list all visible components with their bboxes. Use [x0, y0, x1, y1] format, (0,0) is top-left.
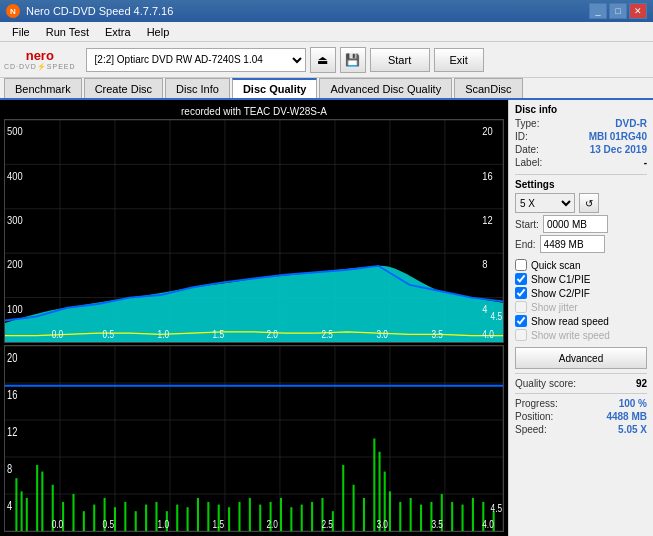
svg-text:3.0: 3.0 — [376, 329, 388, 340]
speed-row: 5 X ↺ — [515, 193, 647, 213]
end-input[interactable] — [540, 235, 605, 253]
svg-rect-53 — [21, 491, 23, 531]
show-c2pif-checkbox[interactable] — [515, 287, 527, 299]
show-read-speed-checkbox[interactable] — [515, 315, 527, 327]
svg-rect-99 — [472, 498, 474, 531]
save-button[interactable]: 💾 — [340, 47, 366, 73]
svg-rect-80 — [290, 507, 292, 531]
settings-refresh-button[interactable]: ↺ — [579, 193, 599, 213]
tab-disc-info[interactable]: Disc Info — [165, 78, 230, 98]
quality-score-row: Quality score: 92 — [515, 378, 647, 389]
speed-select[interactable]: 5 X — [515, 193, 575, 213]
tab-create-disc[interactable]: Create Disc — [84, 78, 163, 98]
eject-button[interactable]: ⏏ — [310, 47, 336, 73]
settings-section: Settings 5 X ↺ Start: End: — [515, 179, 647, 253]
disc-info-title: Disc info — [515, 104, 647, 115]
quick-scan-row: Quick scan — [515, 259, 647, 271]
position-label: Position: — [515, 411, 553, 422]
svg-rect-36 — [5, 346, 503, 531]
svg-text:2.0: 2.0 — [266, 329, 278, 340]
divider-1 — [515, 174, 647, 175]
svg-text:1.5: 1.5 — [213, 329, 225, 340]
svg-text:1.5: 1.5 — [213, 518, 225, 530]
settings-title: Settings — [515, 179, 647, 190]
svg-rect-61 — [93, 505, 95, 531]
quick-scan-checkbox[interactable] — [515, 259, 527, 271]
svg-text:0.0: 0.0 — [52, 329, 64, 340]
svg-text:0.5: 0.5 — [103, 518, 115, 530]
svg-rect-56 — [41, 472, 43, 531]
maximize-button[interactable]: □ — [609, 3, 627, 19]
right-panel: Disc info Type: DVD-R ID: MBI 01RG40 Dat… — [508, 100, 653, 536]
start-input[interactable] — [543, 215, 608, 233]
drive-selector[interactable]: [2:2] Optiarc DVD RW AD-7240S 1.04 — [86, 48, 306, 72]
speed-value: 5.05 X — [618, 424, 647, 435]
svg-text:200: 200 — [7, 259, 23, 271]
title-bar-left: N Nero CD-DVD Speed 4.7.7.16 — [6, 4, 173, 18]
tab-disc-quality[interactable]: Disc Quality — [232, 78, 318, 98]
svg-text:8: 8 — [482, 259, 487, 271]
svg-rect-86 — [353, 485, 355, 531]
svg-text:0.5: 0.5 — [103, 329, 115, 340]
svg-rect-82 — [311, 502, 313, 531]
show-jitter-label: Show jitter — [531, 302, 578, 313]
svg-rect-74 — [228, 507, 230, 531]
show-c1pie-label: Show C1/PIE — [531, 274, 590, 285]
minimize-button[interactable]: _ — [589, 3, 607, 19]
app-icon: N — [6, 4, 20, 18]
tab-benchmark[interactable]: Benchmark — [4, 78, 82, 98]
svg-rect-98 — [462, 505, 464, 531]
show-write-speed-label: Show write speed — [531, 330, 610, 341]
svg-text:2.5: 2.5 — [321, 518, 333, 530]
speed-label: Speed: — [515, 424, 547, 435]
svg-rect-81 — [301, 505, 303, 531]
title-bar: N Nero CD-DVD Speed 4.7.7.16 _ □ ✕ — [0, 0, 653, 22]
show-jitter-checkbox[interactable] — [515, 301, 527, 313]
show-c1pie-checkbox[interactable] — [515, 273, 527, 285]
exit-button[interactable]: Exit — [434, 48, 484, 72]
svg-rect-55 — [36, 465, 38, 531]
svg-text:3.5: 3.5 — [431, 329, 443, 340]
menu-file[interactable]: File — [4, 24, 38, 40]
svg-rect-92 — [399, 502, 401, 531]
svg-text:100: 100 — [7, 303, 23, 315]
tab-advanced-disc-quality[interactable]: Advanced Disc Quality — [319, 78, 452, 98]
svg-text:4: 4 — [7, 499, 12, 512]
chart-title: recorded with TEAC DV-W28S-A — [4, 104, 504, 119]
end-label: End: — [515, 239, 536, 250]
tab-scan-disc[interactable]: ScanDisc — [454, 78, 522, 98]
menu-run-test[interactable]: Run Test — [38, 24, 97, 40]
svg-rect-69 — [176, 505, 178, 531]
svg-text:300: 300 — [7, 214, 23, 226]
svg-text:1.0: 1.0 — [158, 329, 170, 340]
svg-rect-79 — [280, 498, 282, 531]
svg-rect-66 — [145, 505, 147, 531]
start-button[interactable]: Start — [370, 48, 430, 72]
close-button[interactable]: ✕ — [629, 3, 647, 19]
svg-text:4.5: 4.5 — [491, 502, 503, 514]
disc-id-row: ID: MBI 01RG40 — [515, 131, 647, 142]
tabs: Benchmark Create Disc Disc Info Disc Qua… — [0, 78, 653, 100]
disc-type-label: Type: — [515, 118, 539, 129]
quick-scan-label: Quick scan — [531, 260, 580, 271]
menu-help[interactable]: Help — [139, 24, 178, 40]
svg-rect-94 — [420, 505, 422, 531]
svg-text:8: 8 — [7, 462, 12, 475]
menu-extra[interactable]: Extra — [97, 24, 139, 40]
show-write-speed-checkbox[interactable] — [515, 329, 527, 341]
svg-rect-75 — [238, 502, 240, 531]
svg-text:2.0: 2.0 — [266, 518, 278, 530]
svg-rect-85 — [342, 465, 344, 531]
svg-text:4.0: 4.0 — [482, 518, 494, 530]
show-read-speed-row: Show read speed — [515, 315, 647, 327]
quality-label: Quality score: — [515, 378, 576, 389]
progress-value: 100 % — [619, 398, 647, 409]
disc-type-row: Type: DVD-R — [515, 118, 647, 129]
svg-text:20: 20 — [7, 351, 17, 364]
advanced-button[interactable]: Advanced — [515, 347, 647, 369]
svg-text:20: 20 — [482, 125, 493, 137]
svg-text:500: 500 — [7, 125, 23, 137]
bottom-chart-svg: 20 16 12 8 4 0.0 0.5 1.0 1.5 2.0 2.5 3.0… — [5, 346, 503, 531]
disc-date-label: Date: — [515, 144, 539, 155]
speed-row: Speed: 5.05 X — [515, 424, 647, 435]
